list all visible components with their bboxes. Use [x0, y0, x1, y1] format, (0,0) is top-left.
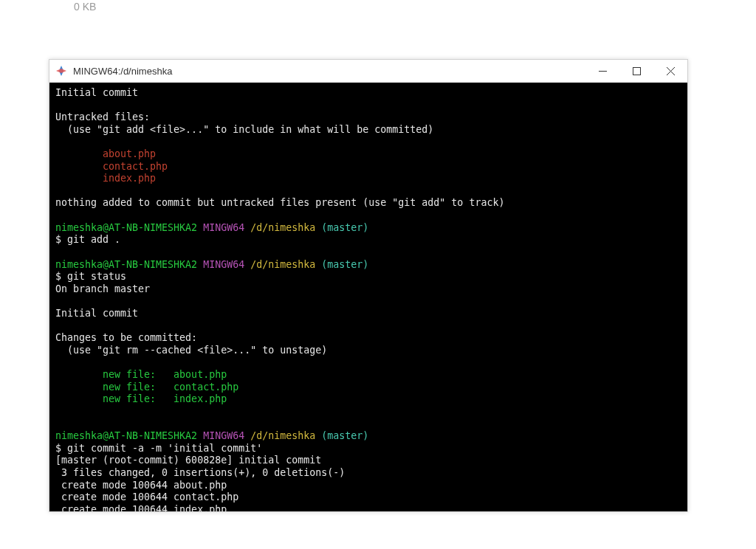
terminal-window: MINGW64:/d/nimeshka Initial commit Untra… — [49, 59, 688, 512]
untracked-file: index.php — [55, 173, 156, 184]
prompt-line: nimeshka@AT-NB-NIMESHKA2 MINGW64 /d/nime… — [55, 430, 368, 441]
command-text: git commit -a -m 'initial commit' — [67, 443, 262, 454]
command-line: $ git status — [55, 271, 126, 282]
output-line: 3 files changed, 0 insertions(+), 0 dele… — [55, 467, 345, 478]
prompt-branch: (master) — [321, 430, 368, 441]
prompt-user: nimeshka@AT-NB-NIMESHKA2 — [55, 430, 197, 441]
minimize-button[interactable] — [585, 60, 619, 82]
svg-marker-1 — [56, 69, 66, 73]
prompt-shell: MINGW64 — [203, 222, 244, 233]
svg-rect-3 — [633, 67, 640, 75]
prompt-shell: MINGW64 — [203, 430, 244, 441]
output-line: Untracked files: — [55, 111, 150, 122]
untracked-file: about.php — [55, 148, 156, 159]
close-button[interactable] — [653, 60, 687, 82]
output-line: Initial commit — [55, 308, 138, 319]
window-title: MINGW64:/d/nimeshka — [73, 66, 585, 77]
staged-file: new file: index.php — [55, 393, 227, 404]
prompt-branch: (master) — [321, 222, 368, 233]
prompt-line: nimeshka@AT-NB-NIMESHKA2 MINGW64 /d/nime… — [55, 222, 368, 233]
window-controls — [585, 60, 687, 82]
app-icon — [55, 65, 67, 77]
file-size: 0 KB — [74, 0, 96, 13]
terminal-body[interactable]: Initial commit Untracked files: (use "gi… — [49, 83, 687, 511]
output-line: Initial commit — [55, 87, 138, 98]
output-line: Changes to be committed: — [55, 332, 197, 343]
command-line: $ git commit -a -m 'initial commit' — [55, 443, 262, 454]
staged-file: new file: contact.php — [55, 381, 238, 393]
prompt-path: /d/nimeshka — [250, 430, 315, 441]
output-line: create mode 100644 about.php — [55, 480, 227, 491]
command-text: git status — [67, 271, 126, 282]
prompt-user: nimeshka@AT-NB-NIMESHKA2 — [55, 259, 197, 270]
command-text: git add . — [67, 234, 120, 245]
prompt-user: nimeshka@AT-NB-NIMESHKA2 — [55, 222, 197, 233]
staged-file: new file: about.php — [55, 369, 227, 380]
prompt-dollar: $ — [55, 271, 67, 282]
output-line: create mode 100644 index.php — [55, 504, 227, 511]
output-line: (use "git add <file>..." to include in w… — [55, 124, 433, 135]
maximize-button[interactable] — [619, 60, 653, 82]
prompt-path: /d/nimeshka — [250, 222, 315, 233]
output-line: nothing added to commit but untracked fi… — [55, 197, 504, 208]
output-line: (use "git rm --cached <file>..." to unst… — [55, 345, 327, 356]
untracked-file: contact.php — [55, 161, 168, 172]
prompt-dollar: $ — [55, 234, 67, 245]
prompt-shell: MINGW64 — [203, 259, 244, 270]
output-line: On branch master — [55, 283, 150, 294]
prompt-line: nimeshka@AT-NB-NIMESHKA2 MINGW64 /d/nime… — [55, 259, 368, 270]
output-line: [master (root-commit) 600828e] initial c… — [55, 455, 321, 466]
prompt-branch: (master) — [321, 259, 368, 270]
file-meta: 0 KB — [74, 0, 96, 13]
command-line: $ git add . — [55, 234, 120, 245]
prompt-path: /d/nimeshka — [250, 259, 315, 270]
prompt-dollar: $ — [55, 443, 67, 454]
titlebar[interactable]: MINGW64:/d/nimeshka — [49, 60, 687, 83]
output-line: create mode 100644 contact.php — [55, 491, 238, 503]
